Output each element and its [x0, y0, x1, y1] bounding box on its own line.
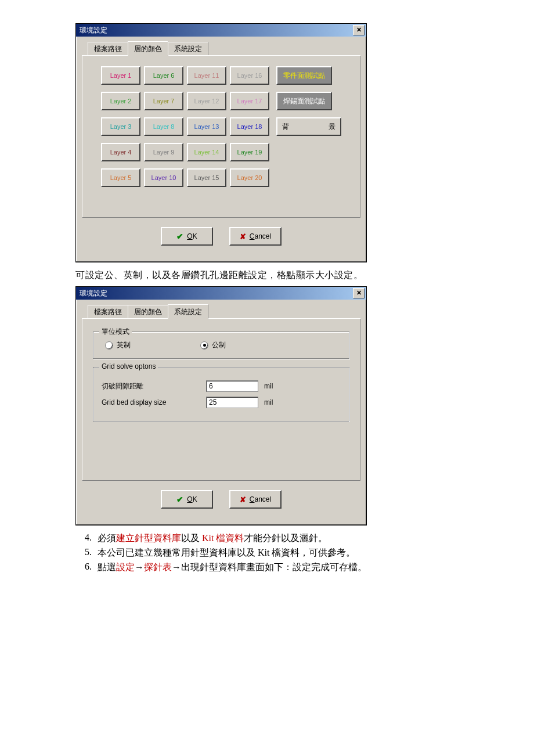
list-num-5: 5.	[75, 547, 98, 559]
radio-icon	[200, 341, 208, 350]
cancel-label: ancel	[254, 232, 271, 240]
layer-19-button[interactable]: Layer 19	[230, 143, 269, 161]
ok-button[interactable]: ✔ OK	[161, 490, 213, 509]
unit-mode-legend: 單位模式	[99, 327, 132, 337]
layer-6-button[interactable]: Layer 6	[144, 66, 183, 85]
background-label-left: 背	[282, 122, 289, 132]
layer-5-button[interactable]: Layer 5	[101, 168, 140, 187]
check-icon: ✔	[176, 495, 183, 504]
tabpanel-layer-color: Layer 1 Layer 2 Layer 3 Layer 4 Layer 5 …	[82, 55, 360, 218]
env-settings-dialog-colors: 環境設定 ✕ 檔案路徑 層的顏色 系統設定 Layer 1 Layer 2 La…	[75, 23, 367, 262]
window-title: 環境設定	[80, 289, 107, 298]
layer-16-button[interactable]: Layer 16	[230, 66, 269, 85]
titlebar: 環境設定 ✕	[76, 24, 366, 37]
layer-3-button[interactable]: Layer 3	[101, 117, 140, 136]
layer-9-button[interactable]: Layer 9	[144, 143, 183, 161]
layer-18-button[interactable]: Layer 18	[230, 117, 269, 136]
grid-display-size-unit: mil	[264, 398, 273, 406]
grid-solve-legend: Grid solve optons	[99, 362, 158, 370]
gap-distance-input[interactable]: 6	[206, 380, 258, 392]
layer-10-button[interactable]: Layer 10	[144, 168, 183, 187]
layer-17-button[interactable]: Layer 17	[230, 92, 269, 110]
unit-mode-group: 單位模式 英制 公制	[93, 332, 349, 359]
cancel-button[interactable]: ✘ Cancel	[229, 490, 282, 509]
radio-metric-label: 公制	[212, 340, 226, 350]
gap-distance-label: 切破間隙距離	[102, 381, 200, 391]
ok-label: K	[193, 232, 197, 240]
background-button[interactable]: 背 景	[276, 117, 341, 136]
ok-label: K	[193, 495, 197, 503]
radio-icon	[105, 341, 113, 350]
radio-metric[interactable]: 公制	[200, 340, 226, 350]
env-settings-dialog-system: 環境設定 ✕ 檔案路徑 層的顏色 系統設定 單位模式 英制	[75, 286, 367, 525]
layer-8-button[interactable]: Layer 8	[144, 117, 183, 136]
radio-imperial[interactable]: 英制	[105, 340, 131, 350]
tabpanel-system: 單位模式 英制 公制 Grid solve optons	[82, 318, 360, 481]
check-icon: ✔	[176, 232, 183, 241]
grid-display-size-input[interactable]: 25	[206, 397, 258, 408]
close-icon[interactable]: ✕	[353, 288, 365, 298]
list-item-4: 必須建立針型資料庫以及 Kit 檔資料才能分針以及灑針。	[98, 532, 327, 545]
tab-file-path[interactable]: 檔案路徑	[88, 305, 128, 318]
layer-15-button[interactable]: Layer 15	[187, 168, 226, 187]
component-side-testpoint-button[interactable]: 零件面測試點	[276, 66, 332, 85]
paragraph-settings-note: 可設定公、英制，以及各層鑽孔孔邊距離設定，格點顯示大小設定。	[75, 269, 534, 282]
grid-display-size-label: Grid bed display size	[102, 398, 200, 406]
layer-20-button[interactable]: Layer 20	[230, 168, 269, 187]
layer-4-button[interactable]: Layer 4	[101, 143, 140, 161]
list-item-5: 本公司已建立幾種常用針型資料庫以及 Kit 檔資料，可供參考。	[98, 547, 355, 559]
layer-13-button[interactable]: Layer 13	[187, 117, 226, 136]
solder-side-testpoint-button[interactable]: 焊錫面測試點	[276, 92, 332, 110]
radio-imperial-label: 英制	[117, 340, 131, 350]
layer-1-button[interactable]: Layer 1	[101, 66, 140, 85]
gap-distance-unit: mil	[264, 382, 273, 390]
tab-system[interactable]: 系統設定	[168, 304, 208, 319]
layer-14-button[interactable]: Layer 14	[187, 143, 226, 161]
layer-2-button[interactable]: Layer 2	[101, 92, 140, 110]
list-item-6: 點選設定→探針表→出現針型資料庫畫面如下：設定完成可存檔。	[98, 561, 367, 574]
x-icon: ✘	[240, 495, 246, 504]
tab-layer-color[interactable]: 層的顏色	[128, 305, 168, 318]
layer-11-button[interactable]: Layer 11	[187, 66, 226, 85]
background-label-right: 景	[329, 122, 335, 132]
list-num-4: 4.	[75, 532, 98, 545]
tab-layer-color[interactable]: 層的顏色	[128, 41, 168, 56]
tab-file-path[interactable]: 檔案路徑	[88, 42, 128, 55]
layer-12-button[interactable]: Layer 12	[187, 92, 226, 110]
ok-button[interactable]: ✔ OK	[161, 227, 213, 246]
instruction-list: 4. 必須建立針型資料庫以及 Kit 檔資料才能分針以及灑針。 5. 本公司已建…	[75, 532, 534, 574]
tabstrip: 檔案路徑 層的顏色 系統設定	[82, 305, 360, 319]
grid-solve-group: Grid solve optons 切破間隙距離 6 mil Grid bed …	[93, 367, 349, 422]
x-icon: ✘	[240, 232, 246, 241]
window-title: 環境設定	[80, 26, 107, 35]
tabstrip: 檔案路徑 層的顏色 系統設定	[82, 42, 360, 56]
tab-system[interactable]: 系統設定	[168, 42, 208, 55]
list-num-6: 6.	[75, 561, 98, 574]
cancel-button[interactable]: ✘ Cancel	[229, 227, 282, 246]
close-icon[interactable]: ✕	[353, 25, 365, 35]
layer-7-button[interactable]: Layer 7	[144, 92, 183, 110]
titlebar: 環境設定 ✕	[76, 287, 366, 300]
cancel-label: ancel	[254, 495, 271, 503]
